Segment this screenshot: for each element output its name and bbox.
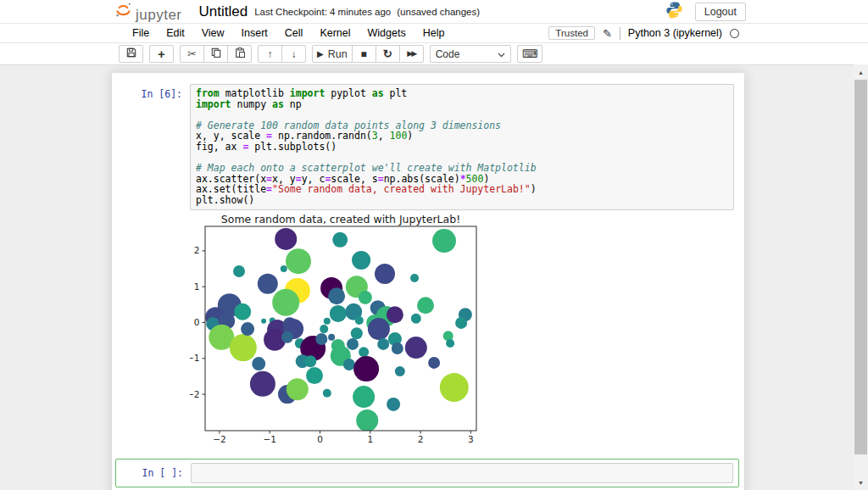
move-cell-up-button[interactable]: ↑ xyxy=(258,45,282,63)
copy-icon xyxy=(211,47,221,60)
notebook-header: jupyter Untitled Last Checkpoint: 4 minu… xyxy=(0,0,868,23)
keyboard-icon: ⌨ xyxy=(522,48,538,59)
svg-text:1: 1 xyxy=(367,434,373,444)
scatter-plot-figure: −2−10123−2−1012Some random data, created… xyxy=(190,214,488,445)
interrupt-kernel-button[interactable]: ■ xyxy=(352,45,376,63)
menu-list: File Edit View Insert Cell Kernel Widget… xyxy=(0,27,453,39)
scroll-down-arrow-icon[interactable]: ▼ xyxy=(854,476,868,488)
notebook-container: In [6]: from matplotlib import pyplot as… xyxy=(112,73,744,490)
divider xyxy=(620,27,620,40)
scrollbar-thumb[interactable] xyxy=(854,80,867,454)
cell-type-dropdown[interactable]: Code xyxy=(430,45,511,63)
jupyter-logo-icon xyxy=(114,1,132,22)
notebook-title[interactable]: Untitled xyxy=(199,3,248,20)
menu-edit[interactable]: Edit xyxy=(158,27,193,39)
restart-run-all-button[interactable]: ▶▶ xyxy=(399,45,424,63)
copy-cell-button[interactable] xyxy=(203,45,228,63)
cut-cell-button[interactable]: ✂ xyxy=(180,45,204,63)
svg-text:−1: −1 xyxy=(190,353,200,363)
menu-widgets[interactable]: Widgets xyxy=(359,27,415,39)
menu-insert[interactable]: Insert xyxy=(233,27,276,39)
clipboard-icon xyxy=(235,47,245,60)
floppy-icon xyxy=(126,47,136,60)
menu-bar: File Edit View Insert Cell Kernel Widget… xyxy=(0,23,868,43)
command-palette-button[interactable]: ⌨ xyxy=(517,45,543,63)
svg-text:0: 0 xyxy=(317,434,323,444)
svg-text:3: 3 xyxy=(468,434,474,444)
output-prompt xyxy=(112,214,190,448)
logout-button[interactable]: Logout xyxy=(695,3,746,21)
move-cell-down-button[interactable]: ↓ xyxy=(281,45,306,63)
pencil-icon[interactable]: ✎ xyxy=(603,27,612,40)
jupyter-logo[interactable]: jupyter xyxy=(114,1,182,22)
fast-forward-icon: ▶▶ xyxy=(407,50,415,58)
scroll-up-arrow-icon[interactable]: ▲ xyxy=(854,66,868,78)
svg-text:1: 1 xyxy=(194,281,200,291)
restart-kernel-button[interactable]: ↻ xyxy=(376,45,400,63)
svg-text:0: 0 xyxy=(194,317,200,327)
save-button[interactable] xyxy=(119,45,143,63)
kernel-name: Python 3 (ipykernel) xyxy=(628,27,722,39)
run-label: Run xyxy=(328,48,348,60)
scissors-icon: ✂ xyxy=(187,48,197,59)
jupyter-logo-text: jupyter xyxy=(136,8,182,22)
cell-output: −2−10123−2−1012Some random data, created… xyxy=(190,214,744,448)
code-content: from matplotlib import pyplot as plt imp… xyxy=(196,88,728,206)
cell-type-value: Code xyxy=(436,48,460,60)
play-icon: ▶ xyxy=(317,50,324,58)
add-cell-button[interactable]: + xyxy=(149,45,174,63)
svg-text:Some random data, created with: Some random data, created with JupyterLa… xyxy=(221,214,460,226)
menu-help[interactable]: Help xyxy=(415,27,453,39)
vertical-scrollbar[interactable]: ▲ ▼ xyxy=(854,64,868,490)
restart-icon: ↻ xyxy=(383,48,392,59)
empty-code-content xyxy=(197,467,727,478)
svg-text:−1: −1 xyxy=(263,434,275,444)
unsaved-changes-label: (unsaved changes) xyxy=(397,7,480,17)
input-prompt: In [ ]: xyxy=(116,463,191,479)
menu-cell[interactable]: Cell xyxy=(276,27,312,39)
plus-icon: + xyxy=(158,47,165,60)
trusted-badge: Trusted xyxy=(548,26,595,40)
menu-file[interactable]: File xyxy=(124,27,158,39)
menu-kernel[interactable]: Kernel xyxy=(311,27,359,39)
code-editor[interactable]: from matplotlib import pyplot as plt imp… xyxy=(190,84,734,210)
paste-cell-button[interactable] xyxy=(227,45,252,63)
svg-text:2: 2 xyxy=(418,434,424,444)
empty-code-editor[interactable] xyxy=(191,463,733,483)
kernel-idle-icon xyxy=(730,29,739,38)
notebook-site: In [6]: from matplotlib import pyplot as… xyxy=(0,64,868,490)
python-logo-icon xyxy=(665,1,683,22)
input-prompt: In [6]: xyxy=(112,84,190,100)
checkpoint-status: Last Checkpoint: 4 minutes ago xyxy=(254,7,391,17)
svg-text:2: 2 xyxy=(194,245,200,255)
chevron-down-icon xyxy=(498,48,505,60)
arrow-up-icon: ↑ xyxy=(268,49,273,59)
menu-view[interactable]: View xyxy=(193,27,233,39)
toolbar: + ✂ ↑ xyxy=(0,43,868,64)
stop-icon: ■ xyxy=(361,49,367,59)
svg-text:−2: −2 xyxy=(213,434,225,444)
svg-text:−2: −2 xyxy=(190,388,200,398)
code-cell[interactable]: In [6]: from matplotlib import pyplot as… xyxy=(112,84,744,448)
arrow-down-icon: ↓ xyxy=(292,49,297,59)
empty-code-cell-selected[interactable]: In [ ]: xyxy=(115,459,739,487)
run-button[interactable]: ▶ Run xyxy=(312,45,353,63)
